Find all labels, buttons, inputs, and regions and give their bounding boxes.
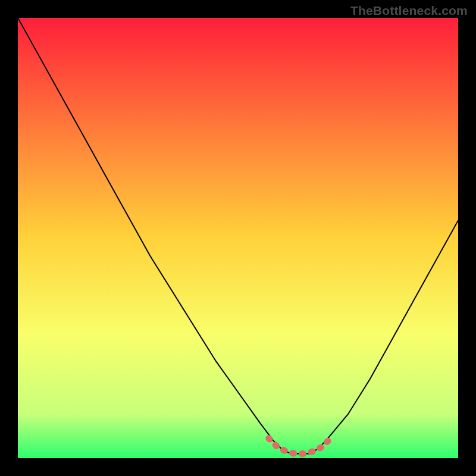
watermark-label: TheBottleneck.com	[350, 4, 468, 18]
chart-frame: TheBottleneck.com	[0, 0, 476, 476]
plot-area	[18, 18, 458, 458]
chart-svg	[18, 18, 458, 458]
